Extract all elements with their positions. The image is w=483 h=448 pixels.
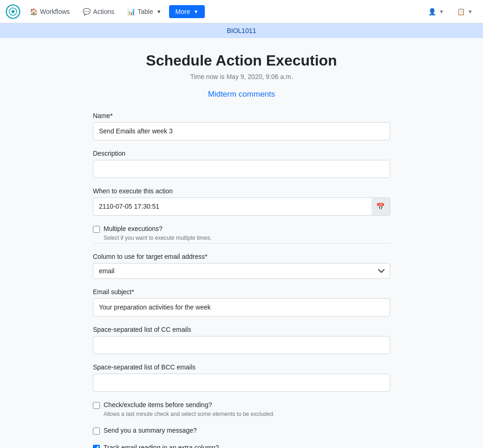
divider-1: [93, 243, 390, 244]
email-subject-group: Email subject*: [93, 288, 390, 316]
nav-items: 🏠 Workflows 💬 Actions 📊 Table ▼ More ▼: [24, 4, 424, 19]
nav-table[interactable]: 📊 Table ▼: [122, 4, 167, 19]
multiple-executions-check: Multiple executions?: [93, 225, 390, 233]
calendar-button[interactable]: 📅: [372, 198, 390, 216]
user-caret-icon: ▼: [439, 9, 444, 14]
home-icon: 🏠: [30, 8, 38, 15]
summary-group: Send you a summary message?: [93, 427, 390, 435]
page-subtitle: Time now is May 9, 2020, 9:06 a.m.: [93, 73, 390, 80]
column-group: Column to use for target email address* …: [93, 253, 390, 279]
sub-header: BIOL1011: [0, 23, 483, 38]
cc-emails-label: Space-separated list of CC emails: [93, 326, 390, 333]
navbar: 🏠 Workflows 💬 Actions 📊 Table ▼ More ▼ 👤…: [0, 0, 483, 23]
when-input-group: 📅: [93, 198, 390, 216]
description-group: Description: [93, 150, 390, 178]
cc-emails-group: Space-separated list of CC emails: [93, 326, 390, 354]
bcc-emails-input[interactable]: [93, 374, 390, 392]
multiple-executions-hint: Select if you want to execute multiple t…: [104, 235, 390, 241]
summary-check: Send you a summary message?: [93, 427, 390, 435]
when-input[interactable]: [93, 198, 372, 216]
settings-menu-button[interactable]: 📋 ▼: [452, 5, 477, 18]
user-menu-button[interactable]: 👤 ▼: [424, 5, 449, 18]
when-label: When to execute this action: [93, 187, 390, 195]
check-exclude-hint: Allows a last minute check and select so…: [104, 411, 390, 417]
name-label: Name*: [93, 112, 390, 119]
table-icon: 📊: [127, 8, 135, 15]
nav-workflows[interactable]: 🏠 Workflows: [24, 4, 75, 19]
calendar-icon: 📅: [376, 203, 385, 211]
email-subject-label: Email subject*: [93, 288, 390, 296]
nav-actions-label: Actions: [93, 8, 114, 15]
user-icon: 👤: [428, 8, 436, 15]
track-group: Track email reading in an extra column? …: [93, 444, 390, 448]
bcc-emails-label: Space-separated list of BCC emails: [93, 363, 390, 371]
course-label: BIOL1011: [227, 27, 256, 34]
email-subject-input[interactable]: [93, 298, 390, 316]
check-exclude-checkbox[interactable]: [93, 402, 100, 409]
more-label: More: [176, 8, 190, 15]
name-group: Name*: [93, 112, 390, 140]
name-input[interactable]: [93, 122, 390, 140]
track-check: Track email reading in an extra column?: [93, 444, 390, 448]
nav-workflows-label: Workflows: [40, 8, 70, 15]
multiple-executions-group: Multiple executions? Select if you want …: [93, 225, 390, 244]
more-caret-icon: ▼: [194, 9, 199, 14]
track-checkbox[interactable]: [93, 445, 100, 448]
column-select[interactable]: email: [93, 263, 390, 279]
column-label: Column to use for target email address*: [93, 253, 390, 260]
check-exclude-group: Check/exclude items before sending? Allo…: [93, 401, 390, 417]
settings-icon: 📋: [457, 8, 465, 15]
more-button[interactable]: More ▼: [169, 5, 205, 18]
when-group: When to execute this action 📅: [93, 187, 390, 216]
settings-caret-icon: ▼: [468, 9, 473, 14]
comment-icon: 💬: [83, 8, 91, 15]
page-title: Schedule Action Execution: [93, 52, 390, 69]
track-label: Track email reading in an extra column?: [104, 444, 219, 448]
check-exclude-label: Check/exclude items before sending?: [104, 401, 212, 408]
svg-point-2: [12, 10, 14, 13]
check-exclude-check: Check/exclude items before sending?: [93, 401, 390, 409]
multiple-executions-checkbox[interactable]: [93, 226, 100, 233]
nav-right: 👤 ▼ 📋 ▼: [424, 5, 477, 18]
brand-logo: [6, 4, 20, 19]
description-label: Description: [93, 150, 390, 157]
bcc-emails-group: Space-separated list of BCC emails: [93, 363, 390, 392]
summary-label: Send you a summary message?: [104, 427, 197, 434]
multiple-executions-label: Multiple executions?: [104, 225, 163, 232]
nav-table-label: Table: [137, 8, 153, 15]
summary-checkbox[interactable]: [93, 428, 100, 435]
workflow-link[interactable]: Midterm comments: [93, 90, 390, 99]
table-caret-icon: ▼: [157, 9, 162, 14]
nav-actions[interactable]: 💬 Actions: [77, 4, 120, 19]
main-content: Schedule Action Execution Time now is Ma…: [84, 38, 399, 448]
cc-emails-input[interactable]: [93, 336, 390, 354]
description-input[interactable]: [93, 160, 390, 178]
